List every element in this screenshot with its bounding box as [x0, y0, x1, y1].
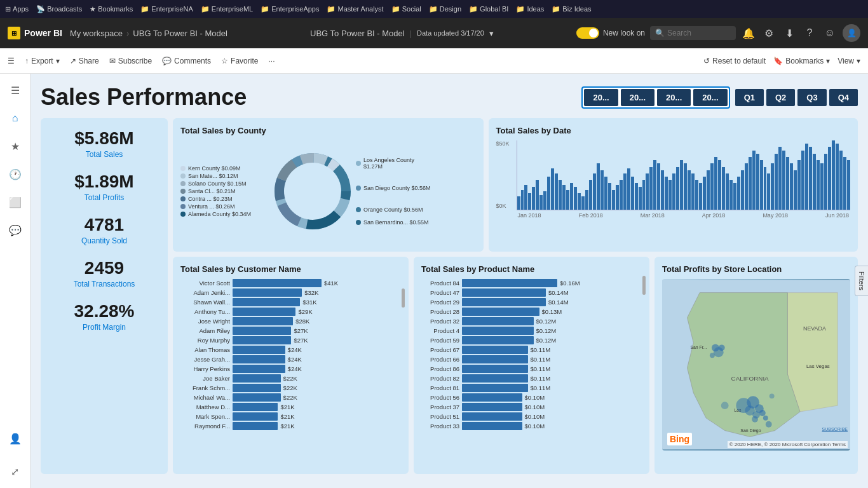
bookmark-ideas[interactable]: 📁 Ideas	[516, 5, 544, 13]
legend-sanmate: San Mate... $0.12M	[180, 173, 269, 179]
product-bar-value: $0.14M	[548, 289, 569, 296]
comments-button[interactable]: 💬 Comments	[162, 57, 211, 65]
timeseries-bars	[517, 140, 850, 210]
customer-bar	[233, 355, 285, 363]
user-avatar[interactable]: 👤	[843, 24, 860, 42]
menu-icon[interactable]: ☰	[8, 57, 15, 65]
notification-icon[interactable]: 🔔	[741, 27, 756, 39]
bookmark-globalbi[interactable]: 📁 Global BI	[469, 5, 508, 13]
search-input[interactable]	[667, 29, 731, 37]
product-bar-label: Product 4	[421, 327, 459, 334]
bookmark-apps[interactable]: ⊞ Apps	[5, 5, 29, 13]
breadcrumb: My workspace › UBG To Power BI - Model	[70, 29, 227, 38]
bookmarks-button[interactable]: 🔖 Bookmarks ▾	[773, 57, 830, 65]
sidebar: ☰ ⌂ ★ 🕐 ⬜ 💬 👤 ⤢	[0, 74, 31, 488]
bookmark-masteranalyst[interactable]: 📁 Master Analyst	[327, 5, 383, 13]
bookmark-bizideas[interactable]: 📁 Biz Ideas	[552, 5, 591, 13]
product-bar-value: $0.10M	[525, 423, 545, 430]
sidebar-apps[interactable]: ⬜	[4, 191, 27, 214]
product-bar-value: $0.11M	[531, 375, 551, 382]
download-icon[interactable]: ⬇	[782, 27, 797, 39]
sidebar-profile[interactable]: 👤	[4, 427, 27, 450]
bookmark-bookmarks[interactable]: ★ Bookmarks	[90, 5, 133, 13]
customer-bar-label: Joe Baker	[180, 375, 230, 382]
reset-button[interactable]: ↺ Reset to default	[703, 57, 766, 65]
more-button[interactable]: ···	[268, 57, 275, 65]
x-label-jun: Jun 2018	[825, 212, 849, 219]
quarter-btn-q1[interactable]: Q1	[735, 89, 764, 106]
product-bar-value: $0.16M	[560, 280, 580, 287]
year-btn-1[interactable]: 20...	[584, 89, 618, 106]
quarter-btn-q2[interactable]: Q2	[766, 89, 795, 106]
bookmark-enterpriseapps[interactable]: 📁 EnterpriseApps	[261, 5, 319, 13]
time-bar	[524, 185, 527, 210]
favorite-button[interactable]: ☆ Favorite	[221, 57, 258, 65]
product-bar	[462, 374, 528, 383]
subscribe-button[interactable]: ✉ Subscribe	[109, 57, 152, 65]
sidebar-favorites[interactable]: ★	[4, 135, 27, 158]
bookmark-design[interactable]: 📁 Design	[429, 5, 461, 13]
time-bar	[536, 180, 539, 210]
sidebar-menu[interactable]: ☰	[4, 79, 27, 102]
time-bar	[649, 167, 653, 210]
main-layout: ☰ ⌂ ★ 🕐 ⬜ 💬 👤 ⤢ Sales Performance 20... …	[0, 74, 868, 488]
product-bar	[462, 317, 534, 325]
bookmark-enterpriseml[interactable]: 📁 EnterpriseML	[201, 5, 253, 13]
customer-bar-label: Harry Perkins	[180, 365, 230, 372]
product-bar	[462, 279, 557, 287]
customer-bar-label: Victor Scott	[180, 280, 230, 287]
quarter-btn-q4[interactable]: Q4	[829, 89, 858, 106]
time-bar	[786, 157, 789, 210]
product-bar-label: Product 84	[421, 280, 459, 287]
new-look-pill[interactable]	[576, 27, 599, 39]
customer-scrollbar[interactable]	[402, 288, 405, 308]
share-button[interactable]: ↗ Share	[70, 57, 99, 65]
bookmark-broadcasts[interactable]: 📡 Broadcasts	[36, 5, 82, 13]
help-icon[interactable]: ?	[802, 27, 817, 39]
view-button[interactable]: View ▾	[837, 57, 860, 65]
report-link[interactable]: UBG To Power BI - Model	[133, 29, 227, 38]
quarter-btn-q3[interactable]: Q3	[797, 89, 826, 106]
sidebar-messages[interactable]: 💬	[4, 219, 27, 241]
emoji-icon[interactable]: ☺	[822, 27, 837, 39]
time-bar	[718, 160, 721, 210]
time-bar	[532, 187, 535, 210]
year-btn-3[interactable]: 20...	[657, 89, 691, 106]
time-bar	[767, 173, 770, 210]
kpi-quantity-sold-value: 4781	[51, 215, 158, 235]
bookmark-enterprisedna[interactable]: 📁 EnterpriseNA	[140, 5, 193, 13]
product-scrollbar[interactable]	[642, 276, 646, 295]
product-bar-value: $0.10M	[525, 403, 545, 410]
time-bar	[517, 196, 520, 210]
time-bar	[801, 151, 804, 210]
donut-legend-left: Kern County $0.09M San Mate... $0.12M So…	[180, 165, 269, 217]
kpi-total-transactions-value: 2459	[51, 258, 158, 278]
customer-bar-label: Jesse Grah...	[180, 356, 230, 363]
filters-tab[interactable]: Filters	[855, 266, 868, 296]
product-bar-row: Product 81$0.11M	[421, 384, 642, 392]
sidebar-recent[interactable]: 🕐	[4, 163, 27, 186]
time-bar	[729, 180, 733, 210]
time-bar	[828, 147, 831, 210]
legend-orange: Orange County $0.56M	[356, 207, 432, 213]
year-btn-4[interactable]: 20...	[693, 89, 727, 106]
customer-bar-value: $32K	[304, 289, 318, 296]
time-bar	[809, 147, 812, 210]
search-box[interactable]: 🔍	[650, 26, 736, 40]
sidebar-home[interactable]: ⌂	[4, 107, 27, 130]
workspace-link[interactable]: My workspace	[70, 29, 123, 38]
sidebar-expand[interactable]: ⤢	[4, 460, 27, 483]
export-button[interactable]: ↑ Export ▾	[25, 57, 60, 65]
settings-icon[interactable]: ⚙	[761, 27, 776, 39]
time-bar	[722, 167, 725, 210]
product-bar-row: Product 66$0.11M	[421, 355, 642, 363]
app-logo[interactable]: ⊞ Power BI	[8, 27, 62, 39]
status-chevron[interactable]: ▾	[489, 29, 494, 38]
year-btn-2[interactable]: 20...	[621, 89, 654, 106]
time-bar	[616, 185, 619, 210]
bookmark-social[interactable]: 📁 Social	[391, 5, 421, 13]
filters-label: Filters	[858, 271, 865, 290]
product-bar	[462, 393, 522, 402]
customer-bar-value: $24K	[288, 356, 302, 363]
kpi-total-profits: $1.89M Total Profits	[51, 172, 158, 202]
